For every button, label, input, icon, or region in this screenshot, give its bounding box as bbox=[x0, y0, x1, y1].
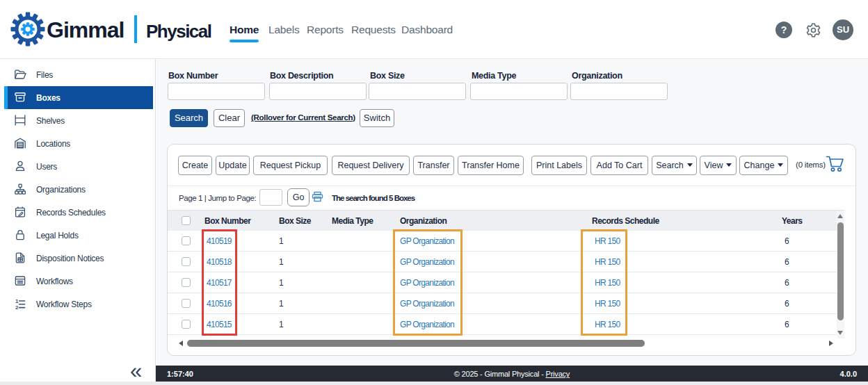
svg-text:2: 2 bbox=[15, 304, 19, 311]
